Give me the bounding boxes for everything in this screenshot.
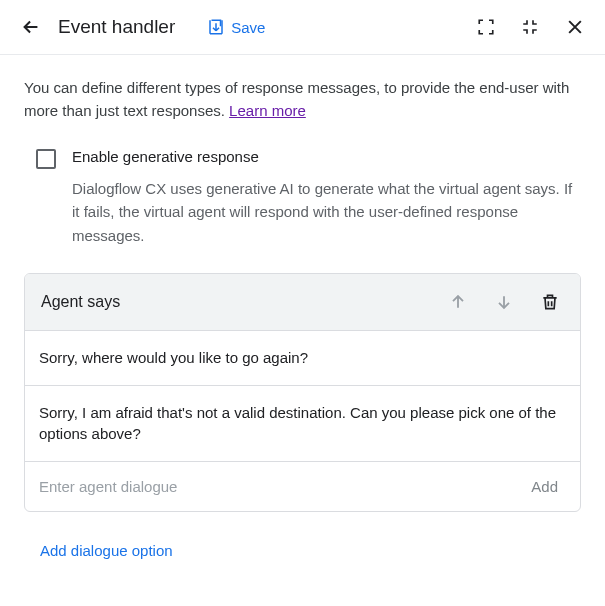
panel-title: Event handler (58, 16, 175, 38)
back-button[interactable] (16, 12, 46, 42)
header-actions (473, 13, 589, 41)
trash-icon (540, 292, 560, 312)
description-text: You can define different types of respon… (24, 77, 581, 122)
agent-says-card: Agent says Sorry, where would you like t… (24, 273, 581, 512)
generative-section: Enable generative response Dialogflow CX… (24, 148, 581, 247)
save-icon (207, 18, 225, 36)
agent-says-actions (444, 288, 564, 316)
dialogue-row[interactable]: Sorry, I am afraid that's not a valid de… (25, 386, 580, 463)
enable-generative-checkbox[interactable] (36, 149, 56, 169)
panel-content: You can define different types of respon… (0, 55, 605, 587)
move-down-button[interactable] (490, 288, 518, 316)
panel-header: Event handler Save (0, 0, 605, 55)
arrow-left-icon (20, 16, 42, 38)
dialogue-input-row: Add (25, 462, 580, 511)
arrow-down-icon (494, 292, 514, 312)
generative-content: Enable generative response Dialogflow CX… (72, 148, 581, 247)
move-up-button[interactable] (444, 288, 472, 316)
generative-description: Dialogflow CX uses generative AI to gene… (72, 177, 581, 247)
close-button[interactable] (561, 13, 589, 41)
agent-says-title: Agent says (41, 293, 120, 311)
close-icon (565, 17, 585, 37)
dialogue-row[interactable]: Sorry, where would you like to go again? (25, 331, 580, 386)
dialogue-input[interactable] (39, 472, 523, 501)
add-dialogue-option-button[interactable]: Add dialogue option (36, 536, 177, 565)
save-button[interactable]: Save (199, 14, 273, 40)
agent-says-header: Agent says (25, 274, 580, 331)
delete-button[interactable] (536, 288, 564, 316)
collapse-button[interactable] (517, 14, 543, 40)
arrow-up-icon (448, 292, 468, 312)
learn-more-link[interactable]: Learn more (229, 102, 306, 119)
save-label: Save (231, 19, 265, 36)
expand-icon (477, 18, 495, 36)
expand-button[interactable] (473, 14, 499, 40)
collapse-icon (521, 18, 539, 36)
add-dialogue-button[interactable]: Add (523, 474, 566, 499)
generative-label: Enable generative response (72, 148, 581, 165)
